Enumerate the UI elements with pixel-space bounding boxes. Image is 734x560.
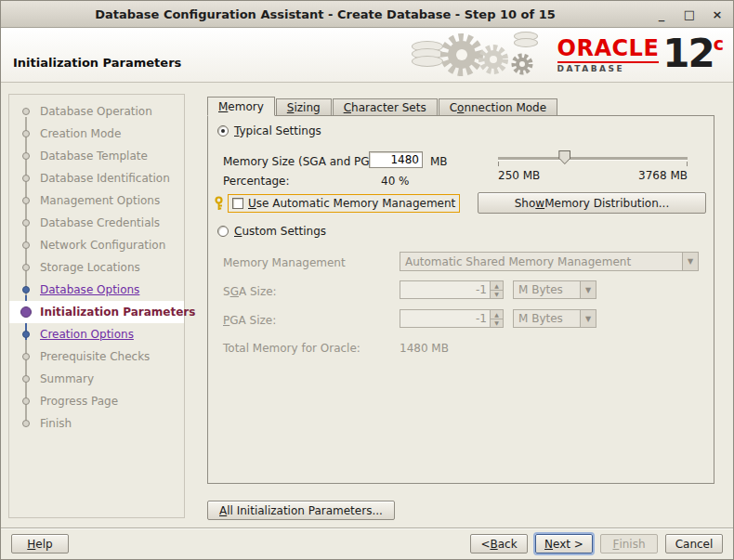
oracle-wordmark: ORACLE (557, 37, 660, 59)
slider-thumb[interactable] (558, 150, 570, 164)
minimize-button[interactable]: _ (651, 5, 672, 23)
pga-size-spinner: ▲ ▼ (400, 309, 504, 328)
next-button[interactable]: Next > (535, 534, 593, 553)
memory-size-label: Memory Size (SGA and PGA): (223, 155, 386, 168)
sga-unit-select: M Bytes ▼ (513, 280, 596, 299)
radio-selected-icon[interactable] (217, 125, 229, 137)
step-marker (22, 397, 30, 405)
tab-connection-mode-label: Connection Mode (450, 101, 546, 114)
sidebar-step-network-configuration: Network Configuration (9, 234, 184, 256)
show-memory-distribution-button[interactable]: Show Memory Distribution... (478, 192, 706, 214)
total-memory-value: 1480 MB (400, 342, 449, 355)
amm-row: Use Automatic Memory Management (213, 194, 460, 213)
sga-size-label: SGA Size: (223, 285, 277, 298)
step-marker (22, 353, 30, 360)
percentage-value: 40 % (381, 175, 410, 188)
memory-tab-panel: Typical Settings Memory Size (SGA and PG… (207, 115, 714, 484)
pga-unit-select: M Bytes ▼ (513, 309, 596, 328)
slider-tick (498, 162, 499, 166)
custom-settings-label: Custom Settings (234, 225, 326, 238)
key-icon (213, 196, 225, 211)
memory-size-unit: MB (430, 155, 448, 168)
sidebar-step-prerequisite-checks: Prerequisite Checks (9, 345, 184, 368)
oracle-product-label: DATABASE (557, 61, 660, 73)
memory-management-value: Automatic Shared Memory Management (400, 255, 682, 268)
step-marker (22, 130, 30, 137)
dropdown-arrow-icon: ▼ (580, 281, 596, 298)
tab-connection-mode[interactable]: Connection Mode (439, 98, 557, 116)
memory-management-select: Automatic Shared Memory Management ▼ (400, 252, 699, 271)
spinner-down-icon: ▼ (491, 290, 503, 299)
back-button[interactable]: < Back (470, 534, 528, 553)
step-marker (22, 219, 30, 227)
memory-size-input[interactable] (369, 151, 423, 168)
tab-sizing-label: Sizing (287, 101, 321, 114)
spinner-up-icon: ▲ (491, 281, 503, 290)
tab-memory-label: Memory (218, 100, 264, 113)
main-content: Memory Sizing Character Sets Connection … (207, 83, 714, 529)
sga-size-input (400, 281, 490, 298)
step-marker (22, 197, 30, 204)
all-initialization-parameters-button[interactable]: All Initialization Parameters... (207, 501, 395, 520)
close-button[interactable]: × (707, 5, 727, 23)
tab-character-sets[interactable]: Character Sets (333, 98, 438, 116)
maximize-button[interactable]: □ (679, 5, 700, 23)
sidebar-step-creation-mode: Creation Mode (9, 123, 184, 145)
gear-icon (477, 43, 510, 76)
pga-unit-value: M Bytes (514, 312, 580, 325)
titlebar: Database Configuration Assistant - Creat… (1, 1, 733, 28)
sidebar-step-database-options[interactable]: Database Options (9, 279, 184, 301)
step-marker (22, 420, 30, 427)
sidebar-step-storage-locations: Storage Locations (9, 256, 184, 279)
tab-memory[interactable]: Memory (207, 97, 275, 116)
dbca-window: Database Configuration Assistant - Creat… (0, 0, 734, 560)
step-marker (22, 375, 30, 383)
sidebar-step-summary: Summary (9, 368, 184, 390)
radio-unselected-icon[interactable] (217, 226, 229, 237)
cancel-button[interactable]: Cancel (665, 534, 723, 553)
total-memory-label: Total Memory for Oracle: (223, 342, 360, 355)
amm-checkbox-label: Use Automatic Memory Management (248, 197, 455, 210)
amm-checkbox[interactable] (232, 198, 243, 209)
slider-min-label: 250 MB (498, 169, 540, 182)
sidebar-step-creation-options[interactable]: Creation Options (9, 323, 184, 345)
header-art (410, 28, 554, 82)
page-title: Initialization Parameters (13, 56, 181, 70)
slider-track[interactable] (498, 157, 688, 160)
sga-size-spinner: ▲ ▼ (400, 280, 504, 299)
tab-sizing[interactable]: Sizing (276, 98, 332, 116)
step-marker-current (20, 306, 32, 318)
custom-settings-radio[interactable]: Custom Settings (217, 225, 326, 238)
memory-size-slider[interactable] (498, 150, 688, 166)
memory-management-label: Memory Management (223, 256, 346, 269)
window-title: Database Configuration Assistant - Creat… (1, 7, 649, 21)
header-banner: Initialization Parameters (1, 28, 733, 83)
slider-tick (687, 162, 688, 166)
wizard-steps-sidebar: Database Operation Creation Mode Databas… (8, 94, 185, 518)
step-marker (22, 175, 30, 182)
dropdown-arrow-icon: ▼ (682, 253, 698, 270)
slider-labels: 250 MB 3768 MB (498, 169, 688, 182)
sidebar-step-initialization-parameters: Initialization Parameters (9, 301, 184, 323)
pga-size-label: PGA Size: (223, 314, 276, 327)
oracle-version-suffix: c (714, 33, 724, 54)
percentage-label: Percentage: (223, 175, 290, 188)
tab-character-sets-label: Character Sets (344, 101, 426, 114)
typical-settings-radio[interactable]: Typical Settings (217, 124, 321, 137)
database-disk-icon (514, 38, 538, 47)
help-button[interactable]: Help (11, 534, 69, 553)
oracle-logo: ORACLE DATABASE 12c (557, 37, 724, 73)
sidebar-step-finish: Finish (9, 412, 184, 435)
amm-checkbox-group[interactable]: Use Automatic Memory Management (228, 194, 460, 213)
sidebar-step-database-identification: Database Identification (9, 167, 184, 189)
footer-bar: Help < Back Next > Finish Cancel (1, 527, 733, 559)
content-region: Database Operation Creation Mode Databas… (1, 83, 733, 527)
pga-size-input (400, 310, 490, 327)
finish-button: Finish (600, 534, 658, 553)
tab-bar: Memory Sizing Character Sets Connection … (207, 97, 558, 116)
sidebar-step-database-template: Database Template (9, 145, 184, 167)
step-marker (22, 108, 30, 115)
sidebar-step-database-credentials: Database Credentials (9, 212, 184, 234)
sidebar-step-progress-page: Progress Page (9, 390, 184, 412)
step-marker (22, 331, 30, 338)
